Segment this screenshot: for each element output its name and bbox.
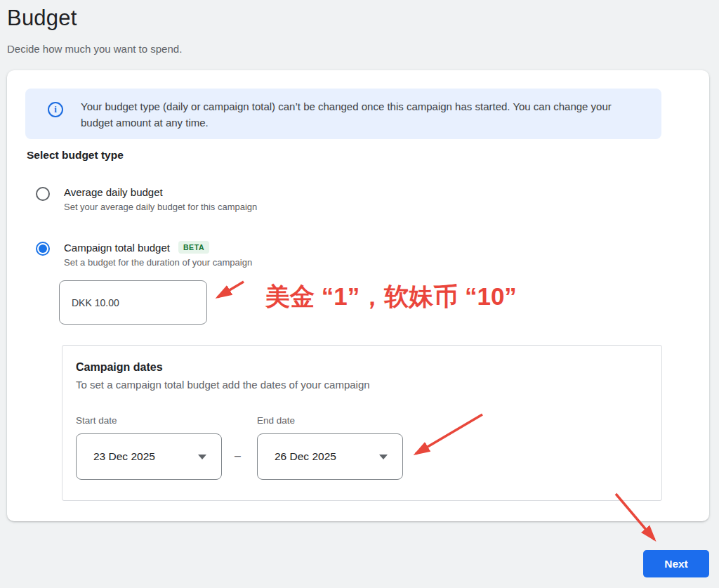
radio-option-campaign-total-budget[interactable]: Campaign total budget BETA Set a budget … [36, 241, 252, 268]
start-date-value: 23 Dec 2025 [93, 450, 155, 463]
campaign-dates-section: Campaign dates To set a campaign total b… [62, 345, 662, 501]
end-date-label: End date [257, 415, 295, 426]
budget-amount-input[interactable] [59, 280, 207, 325]
beta-badge: BETA [178, 241, 209, 254]
page-title: Budget [7, 6, 77, 31]
end-date-value: 26 Dec 2025 [275, 450, 336, 463]
page-subtitle: Decide how much you want to spend. [7, 43, 182, 55]
chevron-down-icon [379, 455, 388, 459]
radio-description: Set your average daily budget for this c… [64, 202, 257, 212]
radio-label: Average daily budget [64, 186, 163, 198]
info-banner: i Your budget type (daily or campaign to… [25, 89, 661, 139]
info-icon: i [48, 102, 63, 117]
radio-dot [39, 244, 47, 253]
radio-selected-icon[interactable] [36, 242, 50, 256]
next-button[interactable]: Next [643, 550, 709, 577]
radio-description: Set a budget for the duration of your ca… [64, 257, 252, 268]
start-date-select[interactable]: 23 Dec 2025 [76, 433, 222, 480]
radio-label: Campaign total budget [64, 242, 170, 254]
campaign-dates-subtitle: To set a campaign total budget add the d… [76, 379, 370, 391]
campaign-dates-heading: Campaign dates [76, 361, 163, 374]
info-banner-text: Your budget type (daily or campaign tota… [81, 97, 628, 131]
end-date-select[interactable]: 26 Dec 2025 [257, 433, 403, 480]
radio-option-average-daily-budget[interactable]: Average daily budget Set your average da… [36, 186, 257, 212]
chevron-down-icon [198, 455, 206, 459]
budget-type-heading: Select budget type [27, 149, 124, 162]
handwritten-annotation-budget-note: 美金 “1”，软妹币 “10” [265, 280, 517, 313]
budget-step-page: Budget Decide how much you want to spend… [0, 0, 719, 588]
radio-unselected-icon[interactable] [36, 187, 50, 201]
date-range-separator: – [235, 450, 241, 462]
start-date-label: Start date [76, 415, 117, 426]
